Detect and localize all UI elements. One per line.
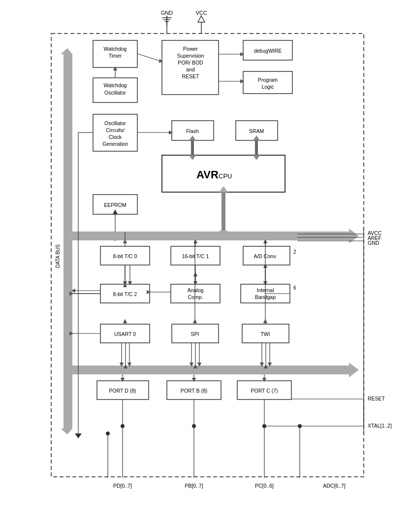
analog-comp-label2: Comp. xyxy=(188,294,203,300)
avr-cpu-label2: CPU xyxy=(219,172,232,180)
twi-label: TWI xyxy=(260,331,270,337)
svg-line-32 xyxy=(137,54,162,62)
osc-label: Oscillator xyxy=(104,120,126,126)
eeprom-label: EEPROM xyxy=(104,202,127,208)
data-bus-label: DATA BUS xyxy=(55,244,61,268)
svg-rect-54 xyxy=(63,366,349,374)
power-sup-label4: and xyxy=(186,66,195,72)
program-logic-label2: Logic xyxy=(261,84,274,90)
osc-label3: Clock xyxy=(108,134,122,140)
sram-label: SRAM xyxy=(249,128,263,134)
svg-marker-55 xyxy=(349,363,359,377)
svg-marker-103 xyxy=(75,433,82,438)
flash-label: Flash xyxy=(186,128,199,134)
tc8-2-label: 8-bit T/C 2 xyxy=(113,291,137,297)
port-c-label: PORT C (7) xyxy=(251,388,278,394)
avr-cpu-label: AVR xyxy=(196,168,219,181)
num-2-label: 2 xyxy=(293,249,296,255)
xtal-label: XTAL[1..2] xyxy=(368,423,392,429)
adc-label: ADC[6..7] xyxy=(323,483,346,489)
gnd-right-label: GND xyxy=(368,240,380,246)
power-sup-label: Power xyxy=(183,46,198,52)
pd-label: PD[0..7] xyxy=(113,483,132,489)
svg-marker-53 xyxy=(61,429,72,434)
program-logic-label: Program xyxy=(257,77,278,83)
spi-label: SPI xyxy=(190,331,199,337)
port-b-label: PORT B (8) xyxy=(180,388,207,394)
watchdog-osc-label: Watchdog xyxy=(103,82,127,88)
svg-point-83 xyxy=(121,424,125,428)
svg-rect-49 xyxy=(63,232,349,240)
svg-point-88 xyxy=(192,424,196,428)
pc-label: PC[0..6] xyxy=(255,483,274,489)
tc8-0-label: 8-bit T/C 0 xyxy=(113,253,137,259)
gnd-label: GND xyxy=(160,10,173,16)
power-sup-label2: Supervision xyxy=(177,53,204,59)
analog-comp-label: Analog xyxy=(187,287,203,293)
port-d-label: PORT D (8) xyxy=(109,388,136,394)
osc-label2: Circuits/ xyxy=(106,127,125,133)
debugwire-label: debugWIRE xyxy=(254,48,282,54)
vcc-label: VCC xyxy=(195,10,207,16)
osc-label4: Generation xyxy=(102,141,128,147)
svg-marker-6 xyxy=(198,16,205,22)
tc16-1-label: 16-bit T/C 1 xyxy=(182,253,209,259)
pb-label: PB[0..7] xyxy=(185,483,203,489)
reset-label: RESET xyxy=(368,396,385,401)
watchdog-timer-label: Watchdog xyxy=(103,46,127,52)
svg-marker-52 xyxy=(61,48,72,54)
power-sup-label3: POR/ BOD xyxy=(178,60,203,66)
watchdog-timer-label2: Timer xyxy=(108,53,122,59)
usart0-label: USART 0 xyxy=(114,331,136,337)
watchdog-osc-label2: Oscillator xyxy=(104,90,126,96)
diagram-svg: GND VCC Watchdog Timer Watchdog Oscillat… xyxy=(14,5,398,527)
num-6-label: 6 xyxy=(293,285,296,291)
power-sup-label5: RESET xyxy=(182,73,199,79)
